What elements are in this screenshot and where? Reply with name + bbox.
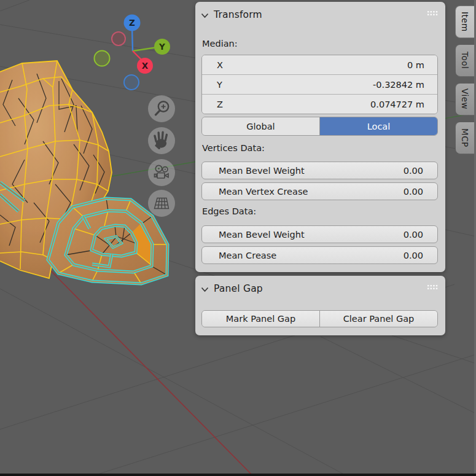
mean-bevel-weight-edge-field[interactable]: Mean Bevel Weight 0.00 bbox=[201, 225, 438, 243]
panel-gap-header[interactable]: Panel Gap bbox=[201, 281, 438, 297]
tab-mcp[interactable]: MCP bbox=[455, 122, 474, 154]
field-value: 0.00 bbox=[404, 251, 423, 260]
gizmo-x-ball[interactable]: X bbox=[137, 58, 153, 74]
median-fields: X 0 m Y -0.32842 m Z 0.074727 m bbox=[201, 55, 438, 114]
drag-dots-icon[interactable] bbox=[427, 11, 438, 16]
drag-dots-icon[interactable] bbox=[427, 285, 438, 290]
svg-text:Z: Z bbox=[129, 18, 135, 28]
field-label: Mean Crease bbox=[219, 251, 276, 260]
panel-gap-panel: Panel Gap Mark Panel Gap Clear Panel Gap bbox=[195, 276, 445, 335]
median-label: Median: bbox=[202, 38, 238, 49]
axis-label: X bbox=[217, 60, 223, 70]
median-y-field[interactable]: Y -0.32842 m bbox=[202, 74, 437, 94]
blender-3d-viewport: Z Y X bbox=[0, 0, 476, 476]
transform-panel-header[interactable]: Transform bbox=[201, 7, 438, 23]
grid-toggle-button[interactable] bbox=[148, 190, 175, 217]
vertices-data-label: Vertices Data: bbox=[202, 142, 265, 154]
orientation-toggle: Global Local bbox=[201, 117, 438, 136]
gizmo-z-ball[interactable]: Z bbox=[124, 15, 141, 31]
gizmo-y-ball[interactable]: Y bbox=[154, 39, 170, 55]
viewport-controls bbox=[148, 95, 175, 217]
panel-gap-buttons: Mark Panel Gap Clear Panel Gap bbox=[201, 310, 438, 327]
field-value: 0.00 bbox=[404, 230, 423, 240]
local-option[interactable]: Local bbox=[319, 117, 437, 135]
axis-value: 0 m bbox=[407, 60, 424, 70]
clear-panel-gap-button[interactable]: Clear Panel Gap bbox=[319, 311, 437, 327]
gizmo-neg-x-ball[interactable] bbox=[112, 32, 125, 45]
field-label: Mean Bevel Weight bbox=[219, 166, 305, 176]
axis-value: 0.074727 m bbox=[370, 99, 424, 109]
pan-button[interactable] bbox=[148, 127, 175, 154]
mean-crease-field[interactable]: Mean Crease 0.00 bbox=[201, 246, 438, 264]
gizmo-neg-z-ball[interactable] bbox=[124, 75, 139, 90]
gizmo-neg-y-ball[interactable] bbox=[95, 51, 110, 66]
mesh-object[interactable] bbox=[0, 61, 168, 284]
camera-view-button[interactable] bbox=[148, 159, 175, 186]
mark-panel-gap-button[interactable]: Mark Panel Gap bbox=[202, 311, 319, 327]
mean-bevel-weight-vertex-field[interactable]: Mean Bevel Weight 0.00 bbox=[201, 162, 438, 179]
axis-label: Z bbox=[217, 99, 223, 109]
panel-title: Panel Gap bbox=[214, 283, 263, 294]
editor-divider[interactable] bbox=[0, 474, 476, 476]
axis-label: Y bbox=[217, 80, 222, 90]
global-option[interactable]: Global bbox=[202, 117, 319, 135]
zoom-button[interactable] bbox=[148, 95, 175, 122]
median-x-field[interactable]: X 0 m bbox=[202, 55, 437, 74]
tab-view[interactable]: View bbox=[455, 83, 474, 115]
transform-panel: Transform Median: X 0 m Y -0.32842 m Z 0… bbox=[195, 2, 445, 272]
field-label: Mean Vertex Crease bbox=[219, 187, 308, 197]
chevron-down-icon bbox=[201, 13, 209, 18]
svg-text:X: X bbox=[142, 61, 149, 71]
axis-value: -0.32842 m bbox=[373, 80, 424, 90]
field-value: 0.00 bbox=[404, 166, 423, 176]
chevron-down-icon bbox=[201, 287, 209, 292]
svg-text:Y: Y bbox=[158, 42, 165, 52]
tab-tool[interactable]: Tool bbox=[455, 44, 474, 77]
panel-title: Transform bbox=[214, 9, 262, 20]
mean-vertex-crease-field[interactable]: Mean Vertex Crease 0.00 bbox=[201, 182, 438, 200]
field-label: Mean Bevel Weight bbox=[219, 230, 305, 240]
edges-data-label: Edges Data: bbox=[202, 206, 256, 217]
navigation-gizmo[interactable]: Z Y X bbox=[95, 15, 171, 90]
median-z-field[interactable]: Z 0.074727 m bbox=[202, 94, 437, 114]
field-value: 0.00 bbox=[404, 187, 423, 197]
tab-item[interactable]: Item bbox=[455, 6, 474, 38]
